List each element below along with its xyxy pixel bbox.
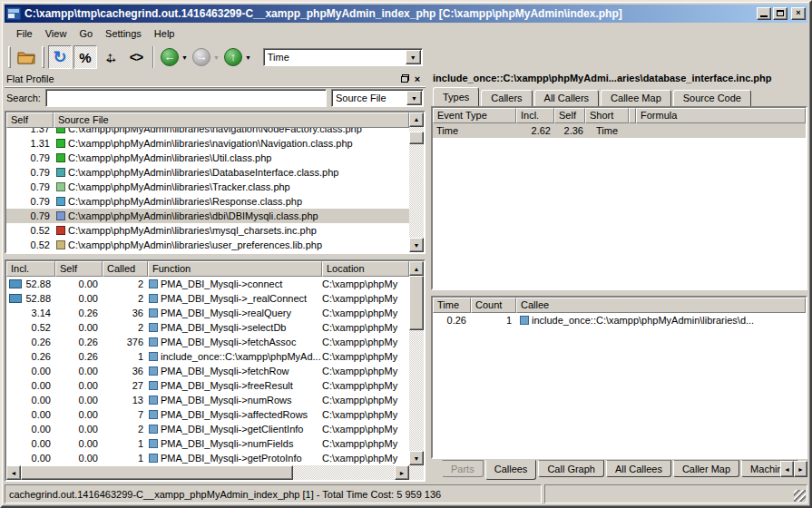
tab-call-graph[interactable]: Call Graph [538,460,604,477]
scroll-up-icon[interactable]: ▲ [409,261,424,276]
relative-percent-button[interactable]: % [73,45,97,69]
menu-file[interactable]: File [10,26,39,41]
column-header-formula[interactable]: Formula [636,108,806,123]
function-icon [149,308,158,318]
function-row[interactable]: 0.260.26376PMA_DBI_Mysqli->fetchAssocC:\… [6,335,409,349]
source-file-row[interactable]: 0.79C:\xampp\phpMyAdmin\libraries\Tracke… [6,180,409,194]
toolbar-grip[interactable] [8,46,11,68]
scroll-right-icon[interactable]: ► [395,465,409,480]
menu-help[interactable]: Help [148,26,181,41]
scrollbar-thumb[interactable] [409,132,424,144]
combo-dropdown-icon[interactable]: ▼ [406,50,421,64]
called-count-cell: 36 [103,364,148,378]
app-icon [6,7,21,20]
tab-caller-map[interactable]: Caller Map [673,460,739,477]
function-row[interactable]: 0.520.002PMA_DBI_Mysqli->selectDbC:\xamp… [6,320,409,335]
source-file-row[interactable]: 1.31C:\xampp\phpMyAdmin\libraries\naviga… [6,136,409,151]
column-header-time[interactable]: Time [433,298,471,313]
column-header-self[interactable]: Self [554,108,585,123]
column-header-event-type[interactable]: Event Type [433,108,516,123]
function-row[interactable]: 0.000.001PMA_DBI_Mysqli->numFieldsC:\xam… [6,436,409,451]
toolbar-grip-2[interactable] [42,46,44,68]
column-header-incl[interactable]: Incl. [6,261,55,277]
function-cell: PMA_DBI_Mysqli->getClientInfo [148,422,322,436]
column-header-source-file[interactable]: Source File [54,112,409,128]
cycle-button[interactable]: <> [124,45,148,69]
tab-types[interactable]: Types [433,87,479,106]
column-header-callee[interactable]: Callee [516,298,806,313]
up-dropdown-caret[interactable]: ▼ [245,54,251,61]
cost-bar-icon [9,279,22,288]
tab-all-callees[interactable]: All Callees [606,460,671,477]
scroll-left-icon[interactable]: ◄ [6,465,21,480]
scroll-down-icon[interactable]: ▼ [409,451,424,465]
dock-close-button[interactable]: × [411,73,424,84]
function-row[interactable]: 0.000.002PMA_DBI_Mysqli->getClientInfoC:… [6,422,409,436]
column-header-called[interactable]: Called [103,261,148,277]
event-type-combobox[interactable]: Time ▼ [263,48,423,66]
move-icon [103,49,119,65]
function-row[interactable]: 0.000.007PMA_DBI_Mysqli->affectedRowsC:\… [6,407,409,422]
menu-settings[interactable]: Settings [99,26,148,41]
column-header-function[interactable]: Function [148,261,322,277]
source-file-path: C:\xampp\phpMyAdmin\libraries\Response.c… [68,194,409,209]
callee-row[interactable]: 0.26 1 include_once::C:\xampp\phpMyAdmin… [433,313,806,327]
maximize-button[interactable] [773,7,788,20]
search-input[interactable] [45,89,327,107]
grouping-combobox[interactable]: Source File ▼ [331,89,424,107]
tab-callers[interactable]: Callers [481,90,532,106]
move-button[interactable] [99,45,122,69]
up-button[interactable]: ↑ [224,48,242,66]
column-header-self[interactable]: Self [6,112,54,128]
scroll-down-icon[interactable]: ▼ [409,238,424,252]
menu-go[interactable]: Go [73,26,99,41]
function-row[interactable]: 52.880.002PMA_DBI_Mysqli->connectC:\xamp… [6,277,409,291]
column-header-incl[interactable]: Incl. [516,108,554,123]
tab-callee-map[interactable]: Callee Map [601,90,671,106]
close-button[interactable]: × [791,7,806,20]
tab-all-callers[interactable]: All Callers [534,90,600,106]
scroll-up-icon[interactable]: ▲ [409,112,424,127]
function-row[interactable]: 0.260.261include_once::C:\xampp\phpMyAd.… [6,349,409,364]
column-header-count[interactable]: Count [471,298,516,313]
dock-float-button[interactable] [398,73,411,84]
function-row[interactable]: 3.140.2636PMA_DBI_Mysqli->realQueryC:\xa… [6,306,409,320]
minimize-button[interactable] [757,7,771,20]
forward-dropdown-caret[interactable]: ▼ [213,54,220,61]
forward-button[interactable]: → [192,48,210,66]
refresh-button[interactable]: ↻ [48,45,72,69]
back-button[interactable]: ← [161,48,179,66]
source-file-row[interactable]: 0.52C:\xampp\phpMyAdmin\libraries\user_p… [6,238,409,252]
functions-vertical-scrollbar[interactable]: ▲ ▼ [409,261,424,465]
tab-callees[interactable]: Callees [485,460,537,480]
column-header-location[interactable]: Location [322,261,409,277]
back-dropdown-caret[interactable]: ▼ [181,54,188,61]
source-file-row[interactable]: 0.79C:\xampp\phpMyAdmin\libraries\dbi\DB… [6,209,409,223]
files-vertical-scrollbar[interactable]: ▲ ▼ [409,112,424,252]
function-row[interactable]: 0.000.0036PMA_DBI_Mysqli->fetchRowC:\xam… [6,364,409,378]
source-file-row[interactable]: 1.37C:\xampp\phpMyAdmin\libraries\naviga… [6,128,409,136]
called-count-cell: 13 [103,393,148,407]
tabs-scroll-right-icon[interactable]: ► [794,461,807,477]
source-file-row[interactable]: 0.79C:\xampp\phpMyAdmin\libraries\Databa… [6,165,409,180]
source-file-row[interactable]: 0.79C:\xampp\phpMyAdmin\libraries\Util.c… [6,151,409,165]
open-file-button[interactable] [15,45,38,69]
tab-source-code[interactable]: Source Code [673,90,751,106]
function-row[interactable]: 0.000.001PMA_DBI_Mysqli->getProtoInfoC:\… [6,451,409,465]
column-header-self[interactable]: Self [55,261,103,277]
function-row[interactable]: 0.000.0013PMA_DBI_Mysqli->numRowsC:\xamp… [6,393,409,407]
column-header-short[interactable]: Short [585,108,629,123]
function-row[interactable]: 0.000.0027PMA_DBI_Mysqli->freeResultC:\x… [6,378,409,393]
tabs-scroll-left-icon[interactable]: ◄ [780,461,794,477]
location-cell: C:\xampp\phpMy [322,451,409,465]
source-file-row[interactable]: 0.52C:\xampp\phpMyAdmin\libraries\mysql_… [6,223,409,238]
function-row[interactable]: 52.880.002PMA_DBI_Mysqli->_realConnectC:… [6,291,409,306]
event-type-row[interactable]: Time 2.62 2.36 Time [433,123,806,138]
scrollbar-thumb[interactable] [21,465,293,480]
grouping-dropdown-icon[interactable]: ▼ [406,91,422,105]
scrollbar-thumb[interactable] [409,276,424,330]
resize-grip[interactable] [794,490,806,502]
menu-view[interactable]: View [39,26,73,41]
source-file-row[interactable]: 0.79C:\xampp\phpMyAdmin\libraries\Respon… [6,194,409,209]
functions-horizontal-scrollbar[interactable]: ◄ ► [6,465,424,480]
